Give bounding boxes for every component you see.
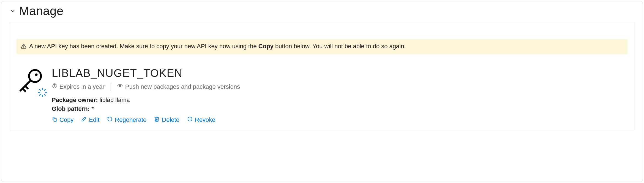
svg-point-3 <box>35 73 37 76</box>
eye-icon <box>117 83 123 91</box>
edit-label: Edit <box>89 116 99 123</box>
glob-row: Glob pattern: * <box>52 105 627 112</box>
delete-button[interactable]: Delete <box>154 116 179 123</box>
copy-label: Copy <box>59 116 73 123</box>
manage-panel: Manage A new API key has been created. M… <box>1 1 643 182</box>
section-toggle[interactable]: Manage <box>10 4 634 18</box>
key-name: LIBLAB_NUGET_TOKEN <box>52 67 627 79</box>
clock-icon <box>52 83 57 90</box>
glob-label: Glob pattern: <box>52 105 90 112</box>
svg-rect-10 <box>39 89 41 91</box>
regenerate-label: Regenerate <box>115 116 146 123</box>
warning-icon <box>21 44 26 49</box>
revoke-icon <box>187 116 193 123</box>
svg-rect-8 <box>44 89 46 91</box>
revoke-label: Revoke <box>195 116 215 123</box>
copy-icon <box>52 116 57 123</box>
svg-point-13 <box>119 85 121 87</box>
key-icon <box>17 67 45 96</box>
owner-label: Package owner: <box>52 96 98 103</box>
warning-prefix: A new API key has been created. Make sur… <box>29 43 258 50</box>
owner-value: liblab llama <box>100 96 130 103</box>
spinner-icon <box>37 87 47 97</box>
regenerate-button[interactable]: Regenerate <box>107 116 146 123</box>
svg-rect-6 <box>38 92 40 93</box>
warning-suffix: button below. You will not be able to do… <box>274 43 406 50</box>
expires-meta: Expires in a year <box>52 83 105 90</box>
svg-rect-9 <box>39 94 41 96</box>
refresh-icon <box>107 116 113 123</box>
expires-text: Expires in a year <box>59 83 105 90</box>
scope-meta: Push new packages and package versions <box>117 83 240 91</box>
content-box: A new API key has been created. Make sur… <box>10 22 634 130</box>
svg-rect-14 <box>54 119 56 122</box>
api-key-row: LIBLAB_NUGET_TOKEN Expires in a year Pus <box>17 67 627 123</box>
revoke-button[interactable]: Revoke <box>187 116 215 123</box>
key-details: LIBLAB_NUGET_TOKEN Expires in a year Pus <box>52 67 627 123</box>
scope-text: Push new packages and package versions <box>125 83 240 90</box>
svg-rect-4 <box>42 88 43 90</box>
meta-divider <box>111 83 111 91</box>
edit-button[interactable]: Edit <box>81 116 99 123</box>
pencil-icon <box>81 116 87 123</box>
glob-value: * <box>91 105 94 112</box>
warning-banner: A new API key has been created. Make sur… <box>17 39 627 54</box>
chevron-down-icon <box>10 8 16 14</box>
section-title: Manage <box>19 4 64 18</box>
trash-icon <box>154 116 160 123</box>
key-meta: Expires in a year Push new packages and … <box>52 83 627 91</box>
warning-bold: Copy <box>258 43 274 50</box>
svg-rect-7 <box>45 92 47 93</box>
warning-text: A new API key has been created. Make sur… <box>29 43 406 50</box>
owner-row: Package owner: liblab llama <box>52 96 627 104</box>
svg-rect-5 <box>42 95 43 97</box>
delete-label: Delete <box>162 116 179 123</box>
copy-button[interactable]: Copy <box>52 116 73 123</box>
svg-rect-11 <box>44 94 46 96</box>
actions-row: Copy Edit Regenerate <box>52 116 627 123</box>
